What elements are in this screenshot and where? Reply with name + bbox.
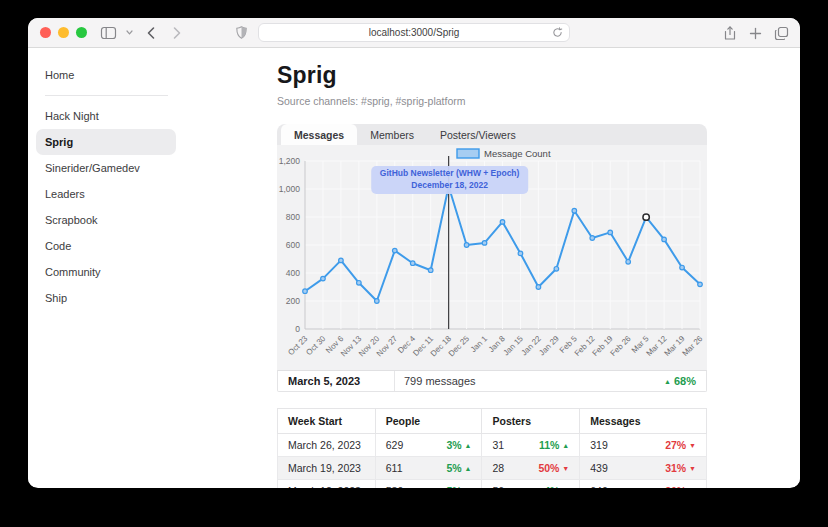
sidebar-item-ship[interactable]: Ship — [28, 285, 168, 311]
table-body: March 26, 20236293% ▲3111% ▲31927% ▼Marc… — [278, 434, 707, 489]
up-arrow-icon: ▲ — [562, 442, 569, 449]
sidebar-item-sprig[interactable]: Sprig — [36, 129, 176, 155]
selected-message-count: 799 messages — [395, 375, 664, 387]
down-arrow-icon: ▼ — [689, 465, 696, 472]
forward-button[interactable] — [173, 27, 181, 39]
week-start-cell: March 26, 2023 — [278, 434, 376, 457]
svg-text:1,200: 1,200 — [279, 156, 301, 166]
week-start-cell: March 12, 2023 — [278, 480, 376, 489]
share-icon[interactable] — [724, 26, 736, 40]
week-start-cell: March 19, 2023 — [278, 457, 376, 480]
posters-value: 28 — [492, 462, 504, 474]
back-button[interactable] — [147, 27, 155, 39]
messages-value: 439 — [590, 462, 608, 474]
up-arrow-icon: ▲ — [465, 442, 472, 449]
main-content: Sprig Source channels: #sprig, #sprig-pl… — [277, 48, 800, 487]
sidebar-item-community[interactable]: Community — [28, 259, 168, 285]
tab-overview-icon[interactable] — [775, 27, 788, 40]
chevron-down-icon[interactable] — [126, 30, 133, 35]
people-change: 5% ▲ — [446, 462, 471, 474]
legend-label: Message Count — [484, 148, 551, 159]
tab-bar: MessagesMembersPosters/Viewers — [277, 124, 707, 145]
page-title: Sprig — [277, 62, 800, 89]
people-value: 629 — [386, 439, 404, 451]
messages-change: 27% ▼ — [665, 439, 696, 451]
up-arrow-icon: ▲ — [664, 378, 671, 385]
svg-text:200: 200 — [286, 296, 300, 306]
table-row: March 19, 20236115% ▲2850% ▼43931% ▼ — [278, 457, 707, 480]
svg-text:Jan 1: Jan 1 — [469, 334, 490, 355]
messages-value: 640 — [590, 485, 608, 488]
posters-cell: 564% ▲ — [482, 480, 580, 489]
tooltip-date: December 18, 2022 — [380, 180, 520, 192]
chart-tooltip: GitHub Newsletter (WHW + Epoch) December… — [371, 166, 529, 194]
tooltip-title: GitHub Newsletter (WHW + Epoch) — [380, 168, 520, 180]
sidebar-item-hack-night[interactable]: Hack Night — [28, 103, 168, 129]
table-header-week-start: Week Start — [278, 409, 376, 434]
sidebar-item-code[interactable]: Code — [28, 233, 168, 259]
messages-cell: 31927% ▼ — [580, 434, 707, 457]
messages-change: 31% ▼ — [665, 462, 696, 474]
svg-text:Dec 25: Dec 25 — [447, 334, 472, 359]
posters-value: 56 — [492, 485, 504, 488]
svg-text:400: 400 — [286, 268, 300, 278]
svg-text:800: 800 — [286, 212, 300, 222]
messages-cell: 64020% ▼ — [580, 480, 707, 489]
table-header-row: Week StartPeoplePostersMessages — [278, 409, 707, 434]
browser-window: localhost:3000/Sprig Home — [28, 18, 800, 488]
svg-text:Mar 26: Mar 26 — [680, 334, 704, 358]
sidebar-nav: HomeHack NightSprigSinerider/GamedevLead… — [28, 48, 277, 487]
sidebar-item-home[interactable]: Home — [28, 62, 168, 88]
selected-date: March 5, 2023 — [278, 371, 395, 391]
week-change-percent: ▲ 68% — [664, 375, 706, 387]
svg-text:0: 0 — [295, 324, 300, 334]
svg-text:Feb 26: Feb 26 — [609, 334, 633, 358]
table-row: March 26, 20236293% ▲3111% ▲31927% ▼ — [278, 434, 707, 457]
posters-change: 50% ▼ — [538, 462, 569, 474]
people-value: 611 — [386, 462, 403, 474]
chart-container[interactable]: 02004006008001,0001,200Oct 23Oct 30Nov 6… — [277, 145, 707, 370]
table-header-messages: Messages — [580, 409, 707, 434]
tab-messages[interactable]: Messages — [281, 124, 357, 145]
people-value: 580 — [386, 485, 404, 488]
people-change: 3% ▲ — [446, 439, 471, 451]
down-arrow-icon: ▼ — [562, 465, 569, 472]
url-bar[interactable]: localhost:3000/Sprig — [258, 23, 570, 42]
up-arrow-icon: ▲ — [465, 465, 472, 472]
posters-change: 11% ▲ — [539, 439, 569, 451]
people-cell: 6293% ▲ — [375, 434, 482, 457]
tab-posters-viewers[interactable]: Posters/Viewers — [427, 124, 529, 145]
url-text: localhost:3000/Sprig — [369, 27, 460, 38]
svg-text:600: 600 — [286, 240, 300, 250]
table-header-posters: Posters — [482, 409, 580, 434]
down-arrow-icon: ▼ — [689, 442, 696, 449]
svg-text:1,000: 1,000 — [279, 184, 301, 194]
posters-cell: 2850% ▼ — [482, 457, 580, 480]
messages-value: 319 — [590, 439, 608, 451]
sidebar-toggle-icon[interactable] — [101, 27, 116, 39]
svg-text:Nov 27: Nov 27 — [375, 334, 400, 359]
chart-status-bar: March 5, 2023 799 messages ▲ 68% — [277, 370, 707, 392]
page-subtitle: Source channels: #sprig, #sprig-platform — [277, 95, 800, 107]
sidebar-item-scrapbook[interactable]: Scrapbook — [28, 207, 168, 233]
table-row: March 12, 20235805% ▲564% ▲64020% ▼ — [278, 480, 707, 489]
svg-text:Jan 29: Jan 29 — [537, 334, 561, 358]
tab-members[interactable]: Members — [357, 124, 427, 145]
posters-change: 4% ▲ — [544, 485, 569, 488]
reload-icon[interactable] — [552, 27, 563, 38]
people-cell: 5805% ▲ — [375, 480, 482, 489]
zoom-window-button[interactable] — [76, 27, 87, 38]
close-window-button[interactable] — [40, 27, 51, 38]
svg-text:Oct 30: Oct 30 — [304, 334, 327, 357]
posters-cell: 3111% ▲ — [482, 434, 580, 457]
posters-value: 31 — [492, 439, 504, 451]
minimize-window-button[interactable] — [58, 27, 69, 38]
new-tab-icon[interactable] — [750, 28, 761, 39]
messages-change: 20% ▼ — [665, 485, 696, 488]
sidebar-item-leaders[interactable]: Leaders — [28, 181, 168, 207]
messages-cell: 43931% ▼ — [580, 457, 707, 480]
privacy-shield-icon[interactable] — [236, 26, 247, 39]
desktop-background: localhost:3000/Sprig Home — [0, 0, 828, 527]
sidebar-item-sinerider-gamedev[interactable]: Sinerider/Gamedev — [28, 155, 168, 181]
browser-toolbar: localhost:3000/Sprig — [28, 18, 800, 48]
